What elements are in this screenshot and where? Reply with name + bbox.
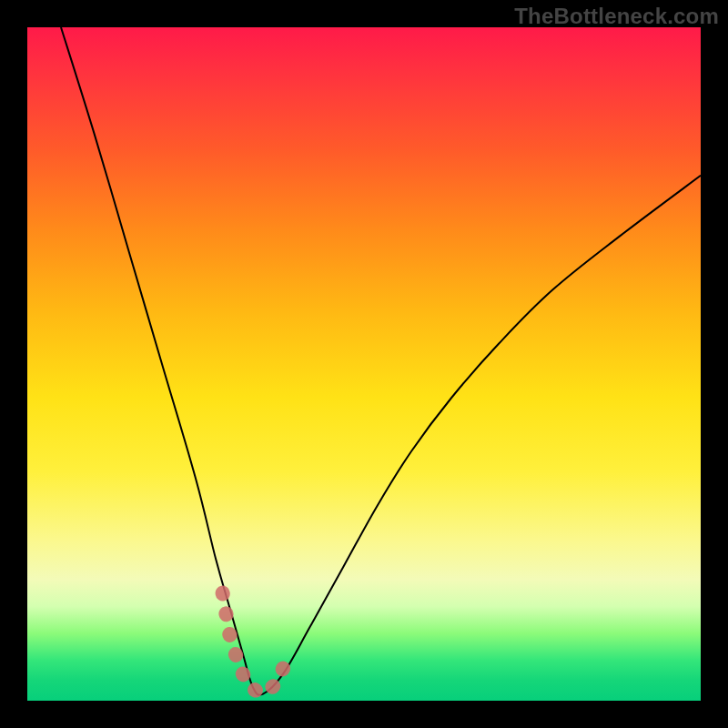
- watermark-text: TheBottleneck.com: [514, 4, 719, 29]
- plot-area: [27, 27, 701, 701]
- bottleneck-curve: [61, 27, 701, 695]
- chart-svg: [27, 27, 701, 701]
- chart-container: TheBottleneck.com: [0, 0, 728, 728]
- optimal-range-marker: [223, 593, 287, 694]
